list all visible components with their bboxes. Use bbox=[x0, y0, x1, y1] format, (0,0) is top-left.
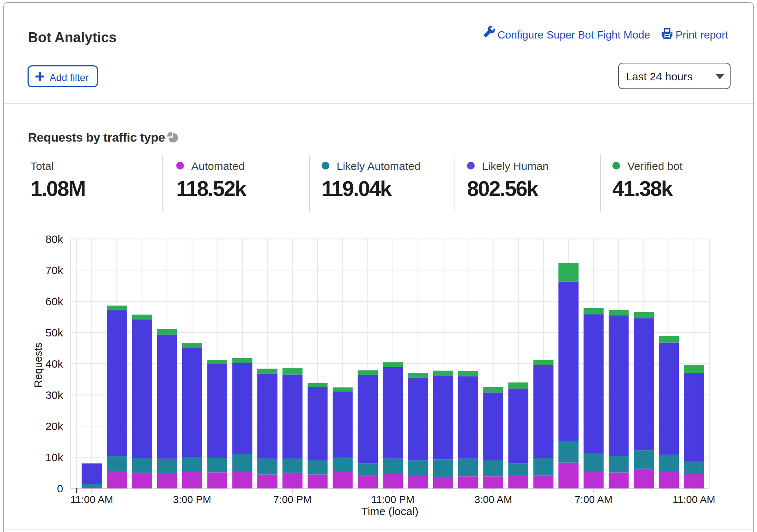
svg-text:60k: 60k bbox=[46, 295, 64, 307]
svg-text:10k: 10k bbox=[46, 451, 64, 463]
svg-text:Time (local): Time (local) bbox=[361, 505, 419, 517]
svg-text:30k: 30k bbox=[46, 389, 64, 401]
svg-text:7:00 AM: 7:00 AM bbox=[575, 494, 613, 505]
svg-text:Requests: Requests bbox=[32, 343, 44, 388]
svg-text:40k: 40k bbox=[46, 358, 64, 370]
svg-text:20k: 20k bbox=[46, 420, 64, 432]
svg-text:3:00 PM: 3:00 PM bbox=[173, 494, 211, 505]
svg-text:0: 0 bbox=[57, 482, 63, 495]
svg-text:11:00 AM: 11:00 AM bbox=[70, 494, 113, 505]
svg-text:3:00 AM: 3:00 AM bbox=[474, 494, 512, 505]
svg-text:11:00 PM: 11:00 PM bbox=[371, 494, 414, 505]
svg-text:70k: 70k bbox=[46, 264, 64, 276]
svg-text:7:00 PM: 7:00 PM bbox=[274, 494, 312, 505]
svg-text:80k: 80k bbox=[46, 233, 64, 245]
svg-text:50k: 50k bbox=[46, 327, 64, 339]
svg-text:11:00 AM: 11:00 AM bbox=[673, 494, 715, 505]
